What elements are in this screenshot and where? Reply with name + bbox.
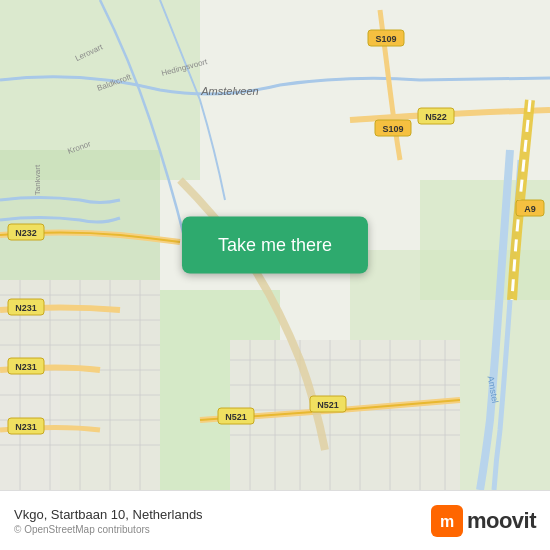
svg-text:N521: N521: [317, 400, 339, 410]
moovit-logo: m moovit: [431, 505, 536, 537]
take-me-there-button[interactable]: Take me there: [182, 217, 368, 274]
location-text: Vkgo, Startbaan 10, Netherlands: [14, 507, 203, 522]
svg-text:A9: A9: [524, 204, 536, 214]
svg-text:N231: N231: [15, 422, 37, 432]
svg-text:N521: N521: [225, 412, 247, 422]
svg-rect-6: [420, 180, 550, 300]
svg-text:N232: N232: [15, 228, 37, 238]
moovit-m-icon: m: [436, 510, 458, 532]
svg-text:N231: N231: [15, 303, 37, 313]
moovit-icon: m: [431, 505, 463, 537]
map-container: N232 N231 N231 N231 N521 N521 N522 S109 …: [0, 0, 550, 490]
svg-text:Amstelveen: Amstelveen: [200, 85, 258, 97]
svg-text:Tankvart: Tankvart: [33, 164, 42, 195]
svg-text:N231: N231: [15, 362, 37, 372]
footer: Vkgo, Startbaan 10, Netherlands © OpenSt…: [0, 490, 550, 550]
svg-text:S109: S109: [375, 34, 396, 44]
copyright-text: © OpenStreetMap contributors: [14, 524, 203, 535]
footer-info: Vkgo, Startbaan 10, Netherlands © OpenSt…: [14, 507, 203, 535]
moovit-brand-name: moovit: [467, 508, 536, 534]
svg-text:S109: S109: [382, 124, 403, 134]
svg-text:N522: N522: [425, 112, 447, 122]
svg-text:m: m: [440, 513, 454, 530]
